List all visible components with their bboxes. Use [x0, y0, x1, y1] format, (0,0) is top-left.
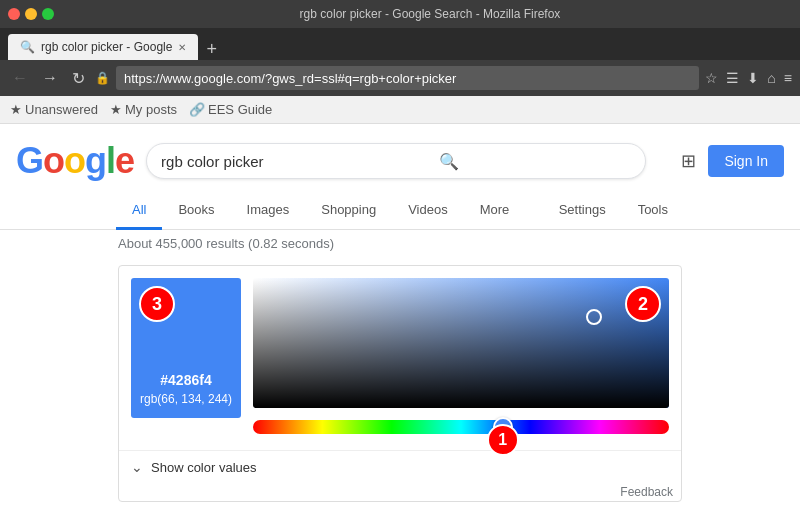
address-input[interactable]: [116, 66, 699, 90]
search-input[interactable]: [146, 143, 646, 179]
address-bar: ← → ↻ 🔒 ☆ ☰ ⬇ ⌂ ≡: [0, 60, 800, 96]
bookmark-label: Unanswered: [25, 102, 98, 117]
tab-all[interactable]: All: [116, 192, 162, 230]
star-icon-2: ★: [110, 102, 122, 117]
results-info: About 455,000 results (0.82 seconds): [0, 230, 800, 257]
badge-1: 1: [487, 424, 519, 456]
bookmark-label-2: My posts: [125, 102, 177, 117]
bookmark-myposts[interactable]: ★ My posts: [110, 102, 177, 117]
google-logo: Google: [16, 140, 134, 182]
tab-close-button[interactable]: ✕: [178, 42, 186, 53]
bookmarks-bar: ★ Unanswered ★ My posts 🔗 EES Guide: [0, 96, 800, 124]
color-picker-inner: 3 #4286f4 rgb(66, 134, 244) 2 1: [119, 266, 681, 450]
back-button[interactable]: ←: [8, 67, 32, 89]
spectrum-area[interactable]: 2: [253, 278, 669, 408]
search-container: 🔍: [146, 143, 669, 179]
hue-slider-container: 1: [253, 416, 669, 438]
refresh-button[interactable]: ↻: [68, 67, 89, 90]
tab-settings[interactable]: Settings: [543, 192, 622, 230]
page-content: Google 🔍 ⊞ Sign In All Books Images Shop…: [0, 124, 800, 513]
link-icon: 🔗: [189, 102, 205, 117]
spectrum-container: 2 1: [253, 278, 669, 438]
logo-letter-g2: g: [85, 140, 106, 181]
tab-bar: 🔍 rgb color picker - Google ✕ +: [0, 28, 800, 60]
tab-books[interactable]: Books: [162, 192, 230, 230]
spectrum-gradient: [253, 278, 669, 408]
header-right: ⊞ Sign In: [681, 145, 784, 177]
bookmark-star-icon[interactable]: ☆: [705, 70, 718, 86]
address-bar-actions: ☆ ☰ ⬇ ⌂ ≡: [705, 70, 792, 86]
logo-letter-e: e: [115, 140, 134, 181]
sign-in-button[interactable]: Sign In: [708, 145, 784, 177]
close-button[interactable]: [8, 8, 20, 20]
window-controls: [8, 8, 54, 20]
badge-2: 2: [625, 286, 661, 322]
bookmark-label-3: EES Guide: [208, 102, 272, 117]
bookmark-unanswered[interactable]: ★ Unanswered: [10, 102, 98, 117]
title-bar: rgb color picker - Google Search - Mozil…: [0, 0, 800, 28]
show-values-label: Show color values: [151, 460, 257, 475]
bookmark-eesguide[interactable]: 🔗 EES Guide: [189, 102, 272, 117]
star-icon: ★: [10, 102, 22, 117]
google-header: Google 🔍 ⊞ Sign In: [0, 124, 800, 192]
reader-view-icon[interactable]: ☰: [726, 70, 739, 86]
active-tab[interactable]: 🔍 rgb color picker - Google ✕: [8, 34, 198, 60]
tab-images[interactable]: Images: [231, 192, 306, 230]
badge-3: 3: [139, 286, 175, 322]
tab-more[interactable]: More: [464, 192, 526, 230]
download-icon[interactable]: ⬇: [747, 70, 759, 86]
logo-letter-o1: o: [43, 140, 64, 181]
logo-letter-o2: o: [64, 140, 85, 181]
spectrum-handle[interactable]: [586, 309, 602, 325]
hue-slider[interactable]: [253, 420, 669, 434]
minimize-button[interactable]: [25, 8, 37, 20]
lock-icon: 🔒: [95, 71, 110, 85]
home-icon[interactable]: ⌂: [767, 70, 775, 86]
show-color-values-row[interactable]: ⌄ Show color values: [119, 450, 681, 483]
logo-letter-g: G: [16, 140, 43, 181]
feedback-row[interactable]: Feedback: [119, 483, 681, 501]
new-tab-button[interactable]: +: [198, 40, 225, 58]
tab-videos[interactable]: Videos: [392, 192, 464, 230]
maximize-button[interactable]: [42, 8, 54, 20]
tab-label: rgb color picker - Google: [41, 40, 172, 54]
tab-shopping[interactable]: Shopping: [305, 192, 392, 230]
color-picker-widget: 3 #4286f4 rgb(66, 134, 244) 2 1: [118, 265, 682, 502]
feedback-label: Feedback: [620, 485, 673, 499]
color-rgb-value[interactable]: rgb(66, 134, 244): [140, 392, 232, 406]
color-preview-box: 3 #4286f4 rgb(66, 134, 244): [131, 278, 241, 418]
forward-button[interactable]: →: [38, 67, 62, 89]
window-title: rgb color picker - Google Search - Mozil…: [68, 7, 792, 21]
tab-tools[interactable]: Tools: [622, 192, 684, 230]
menu-icon[interactable]: ≡: [784, 70, 792, 86]
color-hex-value[interactable]: #4286f4: [160, 372, 211, 388]
search-nav: All Books Images Shopping Videos More Se…: [0, 192, 800, 230]
tab-favicon: 🔍: [20, 40, 35, 54]
apps-grid-icon[interactable]: ⊞: [681, 150, 696, 172]
logo-letter-l: l: [106, 140, 115, 181]
search-button[interactable]: 🔍: [439, 152, 459, 171]
chevron-down-icon: ⌄: [131, 459, 143, 475]
